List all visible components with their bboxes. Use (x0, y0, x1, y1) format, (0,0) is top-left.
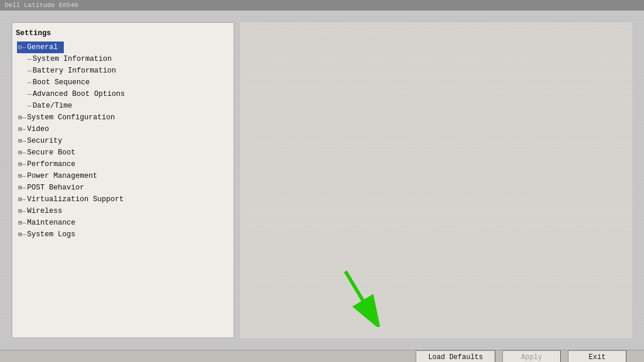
sidebar-label-virtualization-support: Virtualization Support (27, 194, 124, 205)
main-area: Settings ⊟—General —System Information —… (0, 11, 644, 362)
sidebar-item-system-information[interactable]: —System Information (26, 53, 230, 65)
tree-prefix-power-management: ⊞— (18, 171, 26, 181)
sidebar-label-date-time: Date/Time (33, 100, 73, 112)
sidebar-label-general: General (27, 42, 58, 53)
sidebar-item-general[interactable]: ⊟—General (17, 42, 64, 53)
sidebar-label-post-behavior: POST Behavior (27, 182, 84, 194)
apply-button[interactable]: Apply (502, 350, 561, 362)
sidebar-label-wireless: Wireless (27, 205, 62, 217)
load-defaults-button[interactable]: Load Defaults (416, 350, 495, 362)
tree-prefix-system-configuration: ⊞— (18, 112, 26, 123)
sidebar-item-power-management[interactable]: ⊞—Power Management (17, 170, 230, 182)
tree-prefix-secure-boot: ⊞— (18, 147, 26, 158)
sidebar-label-system-configuration: System Configuration (27, 112, 115, 123)
sidebar-label-system-information: System Information (33, 53, 112, 65)
sidebar-item-boot-sequence[interactable]: —Boot Sequence (26, 77, 230, 88)
sidebar-item-wireless[interactable]: ⊞—Wireless (17, 205, 230, 217)
sidebar-item-battery-information[interactable]: —Battery Information (26, 65, 230, 77)
sidebar-label-secure-boot: Secure Boot (27, 147, 76, 158)
sidebar-label-advanced-boot-options: Advanced Boot Options (33, 88, 125, 100)
sidebar-item-advanced-boot-options[interactable]: —Advanced Boot Options (26, 88, 230, 100)
tree-prefix-general: ⊟— (18, 42, 26, 53)
tree-prefix-video: ⊞— (18, 124, 26, 135)
sidebar-label-performance: Performance (27, 158, 76, 170)
tree-prefix-advanced-boot-options: — (28, 89, 32, 99)
sidebar-item-system-configuration[interactable]: ⊞—System Configuration (17, 112, 230, 123)
sidebar-item-post-behavior[interactable]: ⊞—POST Behavior (17, 182, 230, 194)
content-area: Settings ⊟—General —System Information —… (0, 11, 644, 350)
sidebar-label-security: Security (27, 135, 62, 147)
sidebar-label-maintenance: Maintenance (27, 217, 76, 229)
title-bar: Dell Latitude E6540 (0, 0, 644, 11)
tree-prefix-date-time: — (28, 101, 32, 111)
sidebar-label-boot-sequence: Boot Sequence (33, 77, 90, 88)
sidebar-item-system-logs[interactable]: ⊞—System Logs (17, 229, 230, 240)
sidebar-item-security[interactable]: ⊞—Security (17, 135, 230, 147)
sidebar: Settings ⊟—General —System Information —… (12, 22, 234, 338)
tree-prefix-system-logs: ⊞— (18, 229, 26, 240)
tree-prefix-post-behavior: ⊞— (18, 182, 26, 193)
sidebar-label-battery-information: Battery Information (33, 65, 117, 77)
tree-prefix-security: ⊞— (18, 136, 26, 146)
svg-line-1 (345, 271, 372, 315)
tree-container: ⊟—General —System Information —Battery I… (16, 42, 230, 240)
green-arrow-icon (340, 268, 386, 327)
tree-prefix-maintenance: ⊞— (18, 218, 26, 228)
exit-button[interactable]: Exit (568, 350, 626, 362)
tree-prefix-virtualization-support: ⊞— (18, 194, 26, 205)
tree-prefix-performance: ⊞— (18, 159, 26, 170)
tree-prefix-battery-information: — (28, 65, 32, 76)
sidebar-item-virtualization-support[interactable]: ⊞—Virtualization Support (17, 194, 230, 205)
tree-prefix-boot-sequence: — (28, 77, 32, 88)
sidebar-item-secure-boot[interactable]: ⊞—Secure Boot (17, 147, 230, 158)
right-panel (240, 22, 632, 338)
sidebar-label-video: Video (27, 123, 49, 135)
tree-prefix-system-information: — (28, 54, 32, 64)
sidebar-item-video[interactable]: ⊞—Video (17, 123, 230, 135)
title-text: Dell Latitude E6540 (5, 2, 78, 9)
bottom-bar: Load Defaults Apply Exit (0, 350, 644, 362)
sidebar-label-power-management: Power Management (27, 170, 97, 182)
tree-prefix-wireless: ⊞— (18, 206, 26, 216)
sidebar-label-system-logs: System Logs (27, 229, 76, 240)
sidebar-title: Settings (16, 27, 230, 39)
sidebar-item-date-time[interactable]: —Date/Time (26, 100, 230, 112)
sidebar-item-maintenance[interactable]: ⊞—Maintenance (17, 217, 230, 229)
sidebar-item-performance[interactable]: ⊞—Performance (17, 158, 230, 170)
